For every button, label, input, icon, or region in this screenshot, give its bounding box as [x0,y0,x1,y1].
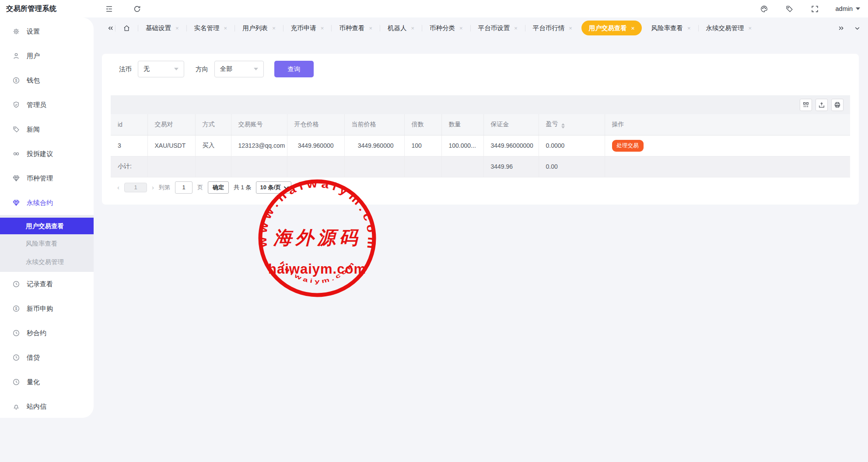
fullscreen-icon[interactable] [810,4,820,14]
col-margin: 保证金 [483,114,539,135]
cell-id: 3 [111,135,147,156]
sort-icon[interactable] [561,123,565,129]
export-icon[interactable] [816,99,828,111]
sidebar-item-second-contract[interactable]: 秒合约 [0,321,94,345]
sidebar-item-perpetual[interactable]: 永续合约 [0,191,94,215]
process-trade-button[interactable]: 处理交易 [612,140,644,152]
dollar-circle-icon: $ [12,305,20,313]
tab-item[interactable]: 实名管理× [188,17,234,38]
page-size-select[interactable]: 10 条/页 [256,181,291,194]
tab-item[interactable]: 风险率查看× [644,17,697,38]
cell-actions: 处理交易 [605,135,850,156]
sidebar-item-label: 用户 [27,52,40,60]
sidebar-item-admins[interactable]: 管理员 [0,93,94,117]
tab-item[interactable]: 平台币行情× [526,17,579,38]
sidebar-item-label: 借贷 [27,354,40,362]
tab-item[interactable]: 平台币设置× [472,17,524,38]
search-button[interactable]: 查询 [274,61,314,77]
tabs-scroll-right-icon[interactable] [837,24,845,32]
close-icon[interactable]: × [175,25,179,31]
chevron-down-icon [174,68,178,70]
col-side: 方式 [195,114,231,135]
sidebar-item-settings[interactable]: 设置 [0,19,94,44]
user-menu[interactable]: admin [836,5,861,12]
gear-icon [12,28,20,35]
sidebar-item-news[interactable]: 新闻 [0,117,94,142]
sidebar-item-quant[interactable]: 量化 [0,370,94,394]
page-number[interactable]: 1 [124,183,147,192]
tab-item[interactable]: 基础设置× [139,17,186,38]
sidebar-subitem-user-trades[interactable]: 用户交易查看 [0,218,94,234]
sidebar-item-lending[interactable]: 借贷 [0,345,94,370]
sidebar-item-new-coin[interactable]: $ 新币申购 [0,296,94,321]
printer-icon[interactable] [831,99,844,111]
refresh-icon[interactable] [132,4,142,14]
tab-item[interactable]: 币种分类× [423,17,469,38]
tab-item[interactable]: 币种查看× [332,17,379,38]
perpetual-submenu: 用户交易查看 风险率查看 永续交易管理 [0,215,94,272]
columns-icon[interactable] [800,99,812,111]
col-id: id [111,114,147,135]
gem-icon [12,199,20,207]
sidebar-item-users[interactable]: 用户 [0,44,94,68]
divider [234,25,235,31]
close-icon[interactable]: × [459,25,463,31]
goto-page-input[interactable] [175,181,192,194]
close-icon[interactable]: × [687,25,691,31]
sidebar-item-feedback[interactable]: 投拆建议 [0,142,94,166]
prev-page-icon[interactable]: ‹ [117,184,119,191]
tabs-menu-chevron-icon[interactable] [854,24,861,32]
tabs-scroll-left-icon[interactable] [107,24,114,32]
svg-text:$: $ [15,306,18,311]
subtotal-margin: 3449.96 [483,156,539,177]
close-icon[interactable]: × [569,25,572,31]
close-icon[interactable]: × [411,25,414,31]
theme-palette-icon[interactable] [760,4,769,14]
tab-item-active[interactable]: 用户交易查看× [581,21,642,35]
cell-amount: 100.000... [441,135,483,156]
sidebar-subitem-perpetual-manage[interactable]: 永续交易管理 [0,253,94,271]
tag-icon[interactable] [785,4,794,14]
history-icon [12,280,20,288]
cell-account: 123123@qq.com [231,135,287,156]
close-icon[interactable]: × [321,25,324,31]
tab-item[interactable]: 永续交易管理× [700,17,759,38]
sidebar-item-label: 投拆建议 [27,150,53,158]
sidebar-item-records[interactable]: 记录查看 [0,272,94,296]
tab-item[interactable]: 充币申请× [284,17,331,38]
goto-label: 到第 [159,184,170,191]
col-pnl: 盈亏 [539,114,605,135]
close-icon[interactable]: × [369,25,372,31]
sidebar-item-label: 记录查看 [27,280,53,288]
direction-select[interactable]: 全部 [214,61,264,77]
tab-item[interactable]: 机器人× [381,17,421,38]
user-icon [12,52,20,60]
sidebar-item-mail[interactable]: 站内信 [0,394,94,419]
divider [525,25,525,31]
history-icon [12,354,20,361]
table-toolbar [111,95,850,114]
col-open-price: 开仓价格 [287,114,344,135]
close-icon[interactable]: × [224,25,228,31]
close-icon[interactable]: × [514,25,518,31]
sidebar: 设置 用户 $ 钱包 管理员 新闻 投拆建议 币种管理 永续合约 用户交易查看 … [0,17,94,418]
sidebar-toggle-icon[interactable] [104,4,114,14]
tab-home[interactable] [116,17,137,38]
app-title: 交易所管理系统 [0,4,94,14]
close-icon[interactable]: × [631,25,635,31]
sidebar-item-wallet[interactable]: $ 钱包 [0,68,94,93]
col-pair: 交易对 [147,114,195,135]
tab-item[interactable]: 用户列表× [236,17,282,38]
page-word: 页 [197,184,203,191]
fiat-select[interactable]: 无 [138,61,184,77]
pagination: ‹ 1 › 到第 页 确定 共 1 条 10 条/页 [102,177,859,198]
total-count: 共 1 条 [234,184,251,191]
sidebar-item-label: 量化 [27,378,40,386]
tag-icon [12,125,20,133]
next-page-icon[interactable]: › [152,184,154,191]
close-icon[interactable]: × [749,25,752,31]
close-icon[interactable]: × [272,25,276,31]
sidebar-subitem-risk-rate[interactable]: 风险率查看 [0,234,94,253]
confirm-button[interactable]: 确定 [208,181,229,194]
sidebar-item-coin-manage[interactable]: 币种管理 [0,166,94,191]
